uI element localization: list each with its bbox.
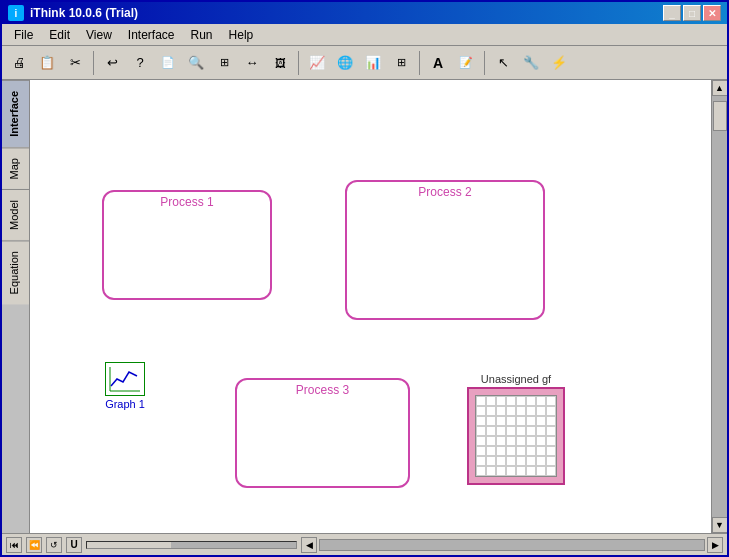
status-bar: ⏮ ⏪ ↺ U ◀ ▶ [2, 533, 727, 555]
toolbar-help[interactable]: ? [127, 50, 153, 76]
window-controls: _ □ ✕ [663, 5, 721, 21]
toolbar-text[interactable]: A [425, 50, 451, 76]
grid-cell [516, 466, 526, 476]
hscroll-right[interactable]: ▶ [707, 537, 723, 553]
toolbar-grid[interactable]: ⊞ [211, 50, 237, 76]
grid-cell [486, 406, 496, 416]
toolbar-sep3 [419, 51, 420, 75]
menu-help[interactable]: Help [221, 26, 262, 44]
unassigned-widget[interactable]: Unassigned gf [467, 373, 565, 485]
maximize-button[interactable]: □ [683, 5, 701, 21]
toolbar-new[interactable]: 📄 [155, 50, 181, 76]
grid-cell [486, 396, 496, 406]
scroll-up-button[interactable]: ▲ [712, 80, 728, 96]
grid-cell [506, 426, 516, 436]
grid-cell [496, 436, 506, 446]
toolbar-chart[interactable]: 📈 [304, 50, 330, 76]
toolbar-fit[interactable]: ↔ [239, 50, 265, 76]
grid-cell [516, 436, 526, 446]
close-button[interactable]: ✕ [703, 5, 721, 21]
minimize-button[interactable]: _ [663, 5, 681, 21]
grid-cell [496, 446, 506, 456]
grid-cell [506, 436, 516, 446]
toolbar-copy[interactable]: 📋 [34, 50, 60, 76]
menu-file[interactable]: File [6, 26, 41, 44]
grid-cell [546, 446, 556, 456]
menu-view[interactable]: View [78, 26, 120, 44]
grid-cell [516, 416, 526, 426]
grid-cell [486, 416, 496, 426]
nav-U[interactable]: U [66, 537, 82, 553]
grid-cell [476, 436, 486, 446]
tab-map[interactable]: Map [2, 147, 29, 189]
toolbar-lightning[interactable]: ⚡ [546, 50, 572, 76]
toolbar-globe[interactable]: 🌐 [332, 50, 358, 76]
grid-cell [516, 446, 526, 456]
toolbar-print[interactable]: 🖨 [6, 50, 32, 76]
grid-cell [546, 416, 556, 426]
menu-interface[interactable]: Interface [120, 26, 183, 44]
nav-first[interactable]: ⏮ [6, 537, 22, 553]
process-label-2: Process 2 [347, 181, 543, 199]
scroll-track[interactable] [712, 96, 728, 517]
grid-cell [486, 456, 496, 466]
graph-icon-1[interactable]: Graph 1 [105, 362, 145, 410]
left-tab-panel: Interface Map Model Equation [2, 80, 30, 533]
hscroll-left[interactable]: ◀ [301, 537, 317, 553]
process-box-1[interactable]: Process 1 [102, 190, 272, 300]
grid-cell [526, 396, 536, 406]
toolbar-image[interactable]: 🖼 [267, 50, 293, 76]
grid-cell [496, 466, 506, 476]
process-box-3[interactable]: Process 3 [235, 378, 410, 488]
grid-cell [486, 426, 496, 436]
grid-cell [516, 456, 526, 466]
grid-cell [496, 396, 506, 406]
tab-model[interactable]: Model [2, 189, 29, 240]
main-window: i iThink 10.0.6 (Trial) _ □ ✕ File Edit … [0, 0, 729, 557]
grid-cell [546, 456, 556, 466]
unassigned-outer [467, 387, 565, 485]
toolbar-grid2[interactable]: ⊞ [388, 50, 414, 76]
toolbar-zoom[interactable]: 🔍 [183, 50, 209, 76]
unassigned-label: Unassigned gf [481, 373, 551, 385]
hscroll-track[interactable] [319, 539, 705, 551]
toolbar-cut[interactable]: ✂ [62, 50, 88, 76]
menu-run[interactable]: Run [183, 26, 221, 44]
process-box-2[interactable]: Process 2 [345, 180, 545, 320]
process-label-3: Process 3 [237, 379, 408, 397]
graph-image [105, 362, 145, 396]
grid-cell [486, 436, 496, 446]
window-title: iThink 10.0.6 (Trial) [30, 6, 663, 20]
nav-cycle[interactable]: ↺ [46, 537, 62, 553]
toolbar-table[interactable]: 📊 [360, 50, 386, 76]
toolbar-gear[interactable]: 🔧 [518, 50, 544, 76]
grid-cell [506, 396, 516, 406]
toolbar-sep2 [298, 51, 299, 75]
grid-cell [526, 406, 536, 416]
grid-cell [546, 426, 556, 436]
grid-cell [526, 446, 536, 456]
toolbar-sep4 [484, 51, 485, 75]
menu-edit[interactable]: Edit [41, 26, 78, 44]
toolbar-undo[interactable]: ↩ [99, 50, 125, 76]
title-bar: i iThink 10.0.6 (Trial) _ □ ✕ [2, 2, 727, 24]
grid-cell [476, 406, 486, 416]
grid-cell [536, 456, 546, 466]
scroll-thumb[interactable] [713, 101, 727, 131]
grid-cell [536, 406, 546, 416]
canvas[interactable]: Process 1 Process 2 Graph 1 [30, 80, 711, 533]
scroll-down-button[interactable]: ▼ [712, 517, 728, 533]
grid-cell [536, 426, 546, 436]
grid-cell [536, 466, 546, 476]
nav-prev[interactable]: ⏪ [26, 537, 42, 553]
grid-cell [506, 416, 516, 426]
grid-cell [536, 436, 546, 446]
grid-cell [546, 436, 556, 446]
grid-cell [476, 416, 486, 426]
toolbar-cursor[interactable]: ↖ [490, 50, 516, 76]
grid-cell [536, 416, 546, 426]
tab-equation[interactable]: Equation [2, 240, 29, 304]
graph-label-1: Graph 1 [105, 398, 145, 410]
toolbar-note[interactable]: 📝 [453, 50, 479, 76]
tab-interface[interactable]: Interface [2, 80, 29, 147]
